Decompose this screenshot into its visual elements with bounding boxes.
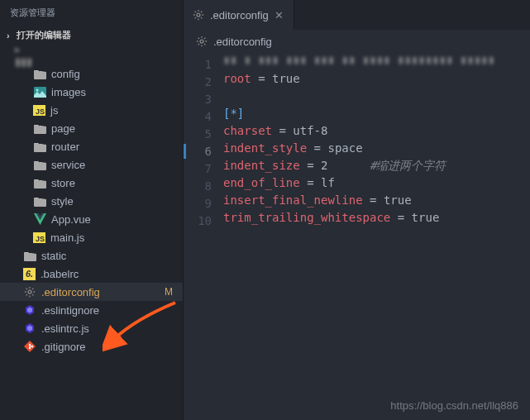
- tab-bar: .editorconfig ✕: [184, 0, 530, 30]
- code-line[interactable]: end_of_line = lf: [223, 174, 530, 192]
- tree-item-babelrc[interactable]: 6..babelrc: [0, 265, 183, 283]
- eslint-icon: [23, 303, 36, 317]
- image-icon: [33, 85, 46, 98]
- open-editors-header[interactable]: › 打开的编辑器: [0, 26, 183, 45]
- code-line[interactable]: insert_final_newline = true: [223, 192, 530, 209]
- code-line[interactable]: trim_trailing_whitespace = true: [223, 209, 530, 227]
- line-number: 6: [184, 143, 212, 160]
- vcs-status: M: [165, 286, 173, 298]
- js-icon: JS: [33, 105, 45, 116]
- folder-icon: [33, 194, 46, 208]
- line-gutter: 12345678910: [184, 56, 223, 420]
- git-icon: [23, 340, 36, 353]
- folder-icon: [33, 176, 46, 189]
- code-editor[interactable]: 12345678910 ▮▮ ▮ ▮▮▮ ▮▮▮ ▮▮▮ ▮▮ ▮▮▮▮ ▮▮▮…: [184, 53, 530, 420]
- tree-item-images[interactable]: images: [0, 83, 183, 101]
- tree-item-js[interactable]: JSjs: [0, 101, 183, 119]
- line-number: 5: [184, 126, 212, 143]
- code-line[interactable]: indent_size = 2 #缩进两个字符: [223, 157, 530, 174]
- gear-icon: [23, 285, 36, 298]
- gear-icon: [192, 8, 205, 21]
- code-line[interactable]: [223, 227, 530, 244]
- tree-item-label: store: [51, 177, 75, 189]
- tree-item-style[interactable]: style: [0, 192, 183, 210]
- tree-item-page[interactable]: page: [0, 119, 183, 137]
- tree-item-editorconfig[interactable]: .editorconfigM: [0, 283, 183, 301]
- code-line[interactable]: indent_style = space: [223, 140, 530, 157]
- folder-icon: [33, 67, 46, 80]
- tab-editorconfig[interactable]: .editorconfig ✕: [184, 0, 294, 30]
- svg-point-2: [28, 290, 31, 294]
- tree-item-label: .eslintrc.js: [41, 322, 89, 335]
- line-number: 9: [184, 195, 212, 212]
- line-number: 3: [184, 91, 212, 108]
- svg-point-7: [200, 40, 203, 43]
- line-number: 8: [184, 178, 212, 195]
- tree-item-label: images: [51, 86, 86, 98]
- tree-item-label: .gitignore: [41, 341, 85, 353]
- tree-item-label: App.vue: [51, 213, 91, 226]
- explorer-title: 资源管理器: [0, 0, 183, 26]
- tree-item-label: router: [51, 141, 79, 153]
- breadcrumb-label: .editorconfig: [213, 36, 272, 48]
- gear-icon: [195, 35, 208, 48]
- line-number: 2: [184, 74, 212, 91]
- tree-item-label: js: [50, 104, 58, 117]
- editor-pane: .editorconfig ✕ .editorconfig 1234567891…: [184, 0, 530, 420]
- tree-root[interactable]: ▸ ▮▮▮: [0, 46, 183, 64]
- folder-icon: [33, 140, 46, 153]
- babel-icon: 6.: [23, 268, 36, 280]
- code-content[interactable]: ▮▮ ▮ ▮▮▮ ▮▮▮ ▮▮▮ ▮▮ ▮▮▮▮ ▮▮▮▮▮▮▮▮ ▮▮▮▮▮ …: [223, 56, 530, 420]
- watermark: https://blog.csdn.net/llq886: [390, 399, 518, 412]
- breadcrumb[interactable]: .editorconfig: [184, 30, 530, 53]
- tree-item-label: .eslintignore: [41, 304, 99, 317]
- svg-point-6: [197, 13, 200, 17]
- open-editors-label: 打开的编辑器: [17, 29, 71, 41]
- tree-item-router[interactable]: router: [0, 137, 183, 155]
- line-number: 10: [184, 212, 212, 230]
- vue-icon: [33, 212, 46, 226]
- eslint-icon: [23, 322, 36, 335]
- blurred-line: ▮▮ ▮ ▮▮▮ ▮▮▮ ▮▮▮ ▮▮ ▮▮▮▮ ▮▮▮▮▮▮▮▮ ▮▮▮▮▮: [223, 51, 530, 69]
- code-line[interactable]: [223, 88, 530, 105]
- code-line[interactable]: root = true: [223, 70, 530, 88]
- tree-item-label: style: [51, 195, 74, 208]
- folder-icon: ▸ ▮▮▮: [17, 49, 30, 62]
- tree-item-mainjs[interactable]: JSmain.js: [0, 228, 183, 246]
- tree-item-Appvue[interactable]: App.vue: [0, 210, 183, 228]
- js-icon: JS: [33, 232, 45, 243]
- folder-icon: [33, 122, 46, 135]
- tree-item-label: page: [51, 122, 75, 135]
- svg-point-1: [36, 88, 38, 91]
- tree-item-eslintrcjs[interactable]: .eslintrc.js: [0, 319, 183, 337]
- line-number: 7: [184, 160, 212, 178]
- line-number: 1: [184, 56, 212, 74]
- close-icon[interactable]: ✕: [274, 9, 285, 21]
- tree-item-gitignore[interactable]: .gitignore: [0, 337, 183, 356]
- tree-item-label: .babelrc: [41, 268, 79, 280]
- tab-label: .editorconfig: [210, 9, 269, 21]
- folder-icon: [23, 249, 36, 262]
- tree-item-store[interactable]: store: [0, 174, 183, 192]
- tree-item-eslintignore[interactable]: .eslintignore: [0, 301, 183, 319]
- tree-item-label: .editorconfig: [41, 286, 100, 298]
- tree-item-label: config: [51, 68, 80, 80]
- tree-item-service[interactable]: service: [0, 155, 183, 174]
- line-number: 4: [184, 108, 212, 126]
- tree-item-label: service: [51, 159, 85, 171]
- code-line[interactable]: [*]: [223, 105, 530, 122]
- tree-item-static[interactable]: static: [0, 246, 183, 265]
- explorer-sidebar: 资源管理器 › 打开的编辑器 ▸ ▮▮▮ configimagesJSjspag…: [0, 0, 184, 420]
- folder-icon: [33, 158, 46, 171]
- chevron-right-icon: ›: [7, 31, 13, 41]
- file-tree: ▸ ▮▮▮ configimagesJSjspagerouterservices…: [0, 45, 183, 420]
- code-line[interactable]: charset = utf-8: [223, 122, 530, 140]
- tree-item-label: static: [41, 250, 66, 262]
- tree-item-label: main.js: [50, 231, 84, 244]
